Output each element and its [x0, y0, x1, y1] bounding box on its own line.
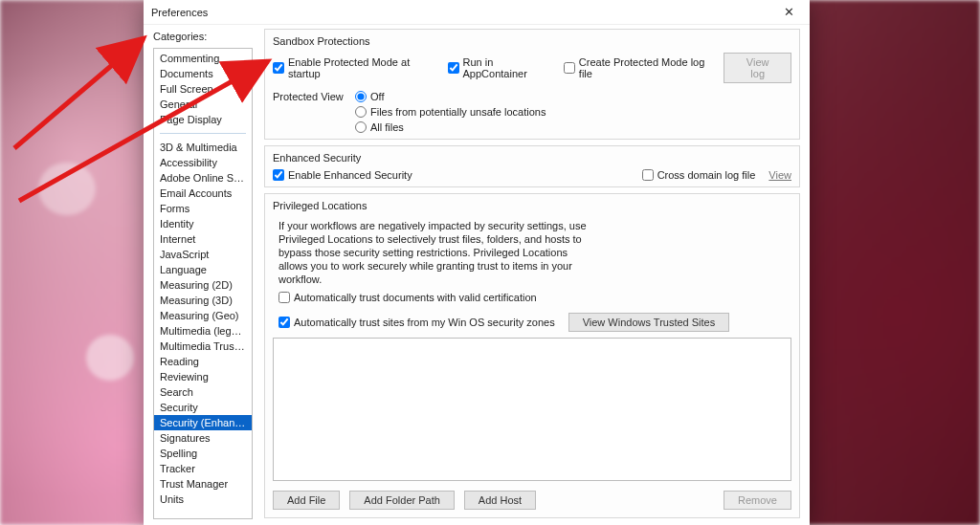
sidebar-item[interactable]: Spelling [154, 446, 252, 461]
enhanced-title: Enhanced Security [273, 152, 791, 164]
create-log-checkbox[interactable]: Create Protected Mode log file [564, 56, 719, 79]
enable-protected-mode-input[interactable] [273, 62, 284, 74]
privileged-description: If your workflows are negatively impacte… [273, 217, 589, 292]
cross-domain-log-input[interactable] [642, 169, 654, 181]
create-log-input[interactable] [564, 62, 575, 74]
auto-zones-input[interactable] [278, 317, 290, 328]
sidebar-item[interactable]: Adobe Online Services [154, 170, 252, 186]
sidebar-item[interactable]: Signatures [154, 430, 252, 446]
add-folder-button[interactable]: Add Folder Path [349, 491, 455, 510]
enable-enhanced-checkbox[interactable]: Enable Enhanced Security [273, 169, 412, 181]
sidebar-item[interactable]: Reading [154, 354, 252, 369]
sidebar-item[interactable]: Accessibility [154, 155, 252, 170]
view-link[interactable]: View [768, 169, 791, 181]
enable-protected-mode-checkbox[interactable]: Enable Protected Mode at startup [273, 56, 442, 79]
add-host-button[interactable]: Add Host [464, 491, 536, 510]
sidebar-item[interactable]: Full Screen [154, 81, 252, 97]
view-trusted-sites-button[interactable]: View Windows Trusted Sites [568, 313, 730, 332]
sidebar-item[interactable]: Identity [154, 216, 252, 231]
auto-cert-checkbox[interactable]: Automatically trust documents with valid… [278, 292, 791, 303]
enhanced-group: Enhanced Security Enable Enhanced Securi… [264, 145, 800, 187]
pv-all-input[interactable] [355, 121, 367, 133]
privileged-group: Privileged Locations If your workflows a… [264, 193, 800, 518]
sidebar-item[interactable]: Measuring (Geo) [154, 308, 252, 323]
sidebar-item[interactable]: Documents [154, 66, 252, 81]
sandbox-group: Sandbox Protections Enable Protected Mod… [264, 29, 800, 140]
sidebar-item[interactable]: 3D & Multimedia [154, 140, 252, 155]
titlebar: Preferences ✕ [144, 0, 810, 25]
sidebar-item[interactable]: Internet [154, 231, 252, 247]
trusted-locations-list[interactable] [273, 338, 791, 481]
pv-unsafe-input[interactable] [355, 106, 367, 118]
sidebar-item[interactable]: Security (Enhanced) [154, 415, 252, 430]
sidebar-item[interactable]: Trust Manager [154, 476, 252, 492]
sidebar-item[interactable]: Email Accounts [154, 186, 252, 201]
protected-view-label: Protected View [273, 91, 349, 102]
categories-heading: Categories: [153, 31, 253, 42]
pv-all-radio[interactable]: All files [355, 121, 404, 133]
enable-enhanced-input[interactable] [273, 169, 284, 181]
privileged-title: Privileged Locations [273, 200, 791, 211]
main-panel: Sandbox Protections Enable Protected Mod… [258, 25, 810, 525]
sidebar-item[interactable]: Language [154, 262, 252, 277]
close-icon[interactable]: ✕ [775, 3, 802, 22]
sidebar-item[interactable]: Search [154, 384, 252, 400]
sidebar-item[interactable]: Reviewing [154, 369, 252, 384]
sidebar-item[interactable]: Units [154, 492, 252, 507]
sidebar-item[interactable]: General [154, 97, 252, 112]
sidebar-item[interactable]: Tracker [154, 461, 252, 476]
dialog-title: Preferences [151, 7, 775, 18]
sidebar-item[interactable]: Multimedia Trust (legacy) [154, 339, 252, 354]
preferences-dialog: Preferences ✕ Categories: CommentingDocu… [144, 0, 810, 525]
categories-list[interactable]: CommentingDocumentsFull ScreenGeneralPag… [153, 48, 253, 519]
pv-off-radio[interactable]: Off [355, 91, 384, 102]
sidebar-item[interactable]: Security [154, 400, 252, 415]
run-appcontainer-checkbox[interactable]: Run in AppContainer [448, 56, 558, 79]
pv-unsafe-radio[interactable]: Files from potentially unsafe locations [355, 106, 546, 118]
sidebar-item[interactable]: Page Display [154, 112, 252, 127]
remove-button[interactable]: Remove [724, 491, 791, 510]
auto-zones-checkbox[interactable]: Automatically trust sites from my Win OS… [278, 317, 555, 328]
sidebar-item[interactable]: Commenting [154, 51, 252, 66]
sidebar-item[interactable]: Multimedia (legacy) [154, 323, 252, 339]
pv-off-input[interactable] [355, 91, 367, 102]
sidebar-item[interactable]: Forms [154, 201, 252, 216]
view-log-button[interactable]: View log [724, 53, 791, 83]
sidebar-item[interactable]: JavaScript [154, 247, 252, 262]
sandbox-title: Sandbox Protections [273, 35, 791, 47]
run-appcontainer-input[interactable] [448, 62, 459, 74]
cross-domain-log-checkbox[interactable]: Cross domain log file [642, 169, 756, 181]
sidebar-item[interactable]: Measuring (2D) [154, 277, 252, 293]
add-file-button[interactable]: Add File [273, 491, 340, 510]
sidebar: Categories: CommentingDocumentsFull Scre… [144, 25, 258, 525]
sidebar-item[interactable]: Measuring (3D) [154, 293, 252, 308]
auto-cert-input[interactable] [278, 292, 290, 303]
